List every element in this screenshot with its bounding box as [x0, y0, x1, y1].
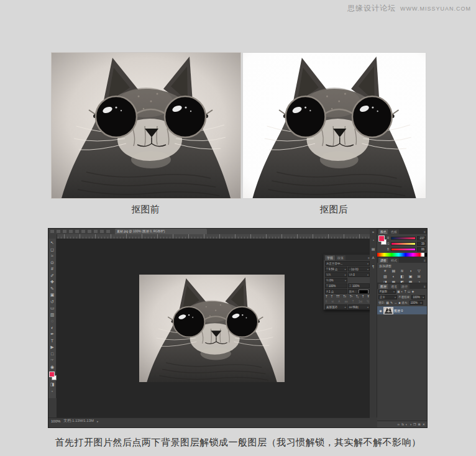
blue-value[interactable]: 86 — [417, 247, 426, 252]
layer-row[interactable]: ◉ 图层 0 — [377, 306, 427, 314]
status-menu-icon[interactable]: ▸ — [97, 419, 99, 423]
path-selection-tool[interactable]: ▶ — [50, 344, 53, 351]
layer-visibility-icon[interactable]: ◉ — [378, 309, 383, 312]
character-panel-icon[interactable]: A — [372, 256, 374, 260]
fill-field[interactable]: 100% ▾ — [410, 301, 423, 305]
filter-pixel-layers-icon[interactable]: ▣ — [397, 290, 400, 294]
language-select[interactable]: 美国英语 ▾ — [325, 304, 347, 309]
adjustment-layer-icon[interactable]: ◑ — [410, 422, 411, 426]
channel-mixer-icon[interactable]: ⊞ — [418, 274, 421, 279]
layer-effects-icon[interactable]: fx — [401, 422, 404, 426]
brightness-contrast-icon[interactable]: ☀ — [383, 268, 387, 273]
filter-adjustment-layers-icon[interactable]: ◐ — [401, 290, 403, 294]
properties-panel-icon[interactable]: ▤ — [372, 247, 375, 252]
rectangular-marquee-tool[interactable]: ◻ — [50, 247, 54, 253]
filter-type-layers-icon[interactable]: T — [405, 290, 406, 294]
collapse-panels-icon[interactable]: » — [372, 230, 374, 234]
strikethrough-icon[interactable]: Ŧ — [367, 294, 369, 299]
tab-color[interactable]: 颜色 — [378, 229, 388, 234]
layer-filter-select[interactable]: P类型 ▾ — [378, 290, 396, 294]
color-balance-icon[interactable]: ◐ — [393, 274, 395, 279]
quick-mask-icon[interactable]: ◨ — [50, 381, 55, 388]
foreground-color-swatch[interactable] — [378, 235, 385, 242]
pen-tool[interactable]: ✒ — [50, 331, 54, 338]
link-layers-icon[interactable]: ∞ — [398, 422, 400, 426]
lock-pixels-icon[interactable]: ✎ — [390, 301, 393, 305]
eraser-tool[interactable]: ▭ — [50, 305, 55, 312]
panel-menu-icon[interactable]: ≡ — [424, 229, 426, 234]
green-slider[interactable] — [391, 242, 416, 245]
levels-icon[interactable]: ▤ — [392, 268, 396, 273]
layer-mask-icon[interactable]: ◐ — [406, 422, 408, 426]
faux-italic-icon[interactable]: T — [331, 294, 332, 299]
curves-icon[interactable]: ≋ — [400, 268, 403, 273]
lasso-tool[interactable]: ≈ — [51, 253, 53, 260]
zoom-tool[interactable]: ◉ — [50, 364, 54, 371]
zoom-level-field[interactable]: 100% — [51, 419, 60, 423]
options-bar-controls[interactable] — [50, 230, 110, 233]
move-tool[interactable]: ↖ — [50, 240, 54, 247]
black-white-icon[interactable]: ◧ — [400, 274, 404, 279]
brush-tool[interactable]: ✎ — [50, 286, 54, 293]
layer-group-icon[interactable]: ❐ — [413, 422, 416, 426]
paragraph-panel-icon[interactable]: ¶ — [372, 265, 374, 269]
hand-tool[interactable]: ☞ — [50, 357, 54, 364]
tab-swatches[interactable]: 色板 — [389, 229, 399, 234]
layer-name[interactable]: 图层 0 — [394, 309, 403, 312]
gradient-tool[interactable]: ▥ — [50, 312, 55, 319]
vibrance-icon[interactable]: ▽ — [418, 268, 421, 273]
healing-brush-tool[interactable]: ✚ — [50, 279, 54, 286]
kerning-field[interactable]: V/A ▾ — [325, 272, 347, 277]
screen-mode-icon[interactable]: ▫ — [52, 388, 53, 395]
tab-adjustments[interactable]: 调整 — [378, 258, 388, 263]
antialias-select[interactable]: aa 锐利 ▾ — [348, 304, 370, 309]
font-family-select[interactable]: 方正兰亭中... ▾ — [325, 261, 370, 266]
faux-bold-icon[interactable]: T — [326, 294, 327, 299]
hue-saturation-icon[interactable]: ▨ — [383, 274, 387, 279]
small-caps-icon[interactable]: Tᴛ — [343, 294, 346, 299]
tab-styles[interactable]: 样式 — [389, 258, 399, 263]
vertical-scale-field[interactable]: T 100% — [325, 283, 347, 288]
subscript-icon[interactable]: T₁ — [356, 294, 359, 299]
tab-paths[interactable]: 路径 — [400, 284, 410, 289]
filter-shape-layers-icon[interactable]: ▭ — [408, 290, 411, 294]
document-tab[interactable]: 素材.jpg @ 100% (图层 0, RGB/8*) — [115, 229, 207, 234]
history-brush-tool[interactable]: ↺ — [50, 299, 54, 306]
panel-menu-icon[interactable]: ≡ — [424, 258, 426, 263]
tracking-field[interactable]: VA 0 ▾ — [348, 272, 370, 277]
tab-channels[interactable]: 通道 — [389, 284, 399, 289]
delete-layer-icon[interactable]: ✕ — [423, 422, 425, 426]
proportional-spacing-field[interactable]: % 0% ▾ — [325, 278, 347, 283]
crop-tool[interactable]: # — [51, 266, 53, 273]
tab-character[interactable]: 字符 — [325, 255, 335, 260]
new-layer-icon[interactable]: ⊞ — [418, 422, 421, 426]
filter-smart-objects-icon[interactable]: ◈ — [412, 290, 414, 294]
all-caps-icon[interactable]: TT — [336, 294, 340, 299]
blue-slider[interactable] — [391, 248, 416, 251]
shape-tool[interactable]: □ — [51, 351, 53, 358]
eyedropper-tool[interactable]: ✐ — [50, 273, 54, 280]
text-color-field[interactable]: 颜色： — [348, 289, 370, 294]
superscript-icon[interactable]: T¹ — [350, 294, 352, 299]
tab-layers[interactable]: 图层 — [378, 284, 388, 289]
quick-selection-tool[interactable]: ⊙ — [50, 260, 54, 267]
clone-stamp-tool[interactable]: ▣ — [50, 292, 55, 299]
dodge-tool[interactable]: ◐ — [51, 325, 53, 332]
lock-all-icon[interactable]: ■ — [398, 301, 400, 305]
tab-paragraph[interactable]: 段落 — [336, 255, 346, 260]
opacity-field[interactable]: 100% ▾ — [411, 295, 425, 299]
text-color-swatch[interactable] — [359, 290, 368, 294]
type-tool[interactable]: T — [51, 338, 53, 345]
blur-tool[interactable]: ◌ — [51, 318, 53, 325]
history-panel-icon[interactable]: ◔ — [372, 239, 375, 243]
leading-field[interactable]: ↕ (自动) ▾ — [348, 267, 370, 271]
green-value[interactable]: 39 — [417, 242, 426, 246]
red-slider[interactable] — [391, 237, 416, 240]
blend-mode-select[interactable]: 正常 ▾ — [378, 295, 397, 299]
exposure-icon[interactable]: ◑ — [410, 268, 412, 273]
font-size-field[interactable]: T 9.59 点 ▾ — [325, 267, 347, 271]
lock-transparency-icon[interactable]: ▦ — [386, 301, 389, 305]
panel-menu-icon[interactable]: ≡ — [424, 284, 426, 289]
red-value[interactable]: 237 — [417, 236, 426, 240]
underline-icon[interactable]: T — [362, 294, 364, 299]
